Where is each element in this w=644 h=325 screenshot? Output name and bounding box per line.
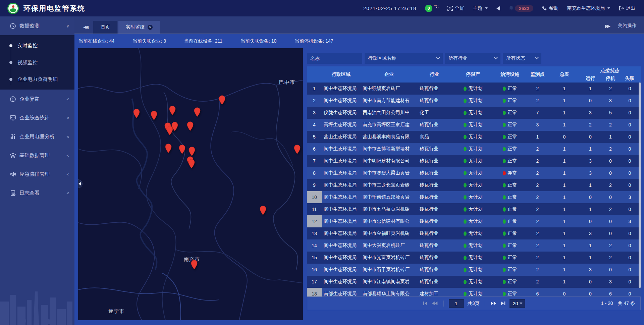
col-header-company: 企业	[361, 66, 418, 83]
table-row[interactable]: 18 南部生态环境局 南部县耀华土陶有限公 建材加工 无计划 正常 6 0 0 …	[307, 288, 641, 296]
map-marker-pin[interactable]	[293, 145, 301, 156]
cell-run: 1	[579, 86, 602, 91]
tab-首页[interactable]: 首页	[93, 21, 117, 34]
help-button[interactable]: 帮助	[542, 5, 558, 11]
table-scrollbar[interactable]	[639, 83, 641, 296]
cell-production-status: 无计划	[451, 182, 495, 188]
cell-lost: 0	[619, 267, 641, 272]
theme-dropdown[interactable]: 主题	[473, 5, 488, 11]
table-row[interactable]: 16 阆中生态环境局 阆中市石子页岩机砖厂 砖瓦行业 无计划 正常 2 1 3 …	[307, 264, 641, 276]
sidebar-item-0[interactable]: 数据监测∨	[0, 16, 74, 35]
table-row[interactable]: 3 仪陇生态环境局 西南油气田分公司川中 化工 无计划 正常 7 1 3 5 0	[307, 107, 641, 119]
tabs-scroll-right-button[interactable]: ▶▶	[605, 23, 609, 29]
map-marker-pin[interactable]	[169, 106, 176, 117]
prev-page-button[interactable]	[432, 301, 438, 306]
map-marker-pin[interactable]	[165, 144, 172, 155]
table-row[interactable]: 1 阆中生态环境局 阆中强锐页岩砖厂 砖瓦行业 无计划 正常 2 1 1 2 0	[307, 83, 641, 95]
table-row[interactable]: 8 阆中生态环境局 阆中市枣碧大梁山页岩 砖瓦行业 无计划 异常 2 1 3 0…	[307, 167, 641, 179]
cell-stop: 2	[602, 122, 619, 127]
col-header-region: 行政区域	[322, 66, 361, 83]
notification-widget[interactable]: 2632	[509, 5, 533, 12]
org-dropdown[interactable]: 南充市生态环境局	[567, 5, 610, 11]
table-row[interactable]: 12 阆中生态环境局 阆中市忠信建材有限公 砖瓦行业 无计划 正常 2 1 0 …	[307, 215, 641, 227]
map-marker-pin[interactable]	[151, 111, 158, 122]
status-filter-select[interactable]: 所有状态	[503, 53, 541, 64]
scrollbar-thumb[interactable]	[639, 83, 641, 288]
map-marker-pin[interactable]	[191, 260, 198, 271]
cell-points: 2	[525, 219, 550, 224]
logout-button[interactable]: 退出	[619, 5, 635, 11]
status-count-label: 当前失联设备	[240, 38, 269, 44]
sidebar-subitem[interactable]: 视频监控	[0, 54, 74, 71]
tab-close-icon[interactable]: ✕	[148, 25, 153, 30]
table-row[interactable]: 7 阆中生态环境局 阆中明阳建材有限公司 砖瓦行业 无计划 正常 2 1 3 0…	[307, 155, 641, 167]
table-row[interactable]: 9 阆中生态环境局 阆中市二龙长宝页岩砖 砖瓦行业 无计划 正常 2 1 1 2…	[307, 179, 641, 191]
map-marker-pin[interactable]	[179, 145, 186, 156]
cell-industry: 砖瓦行业	[418, 194, 451, 200]
table-row[interactable]: 5 营山生态环境局 营山县润丰肉食品有限 食品 无计划 正常 1 0 0 1 0	[307, 131, 641, 143]
cell-stop: 2	[602, 182, 619, 188]
sidebar-item-4[interactable]: 基础数据管理<	[0, 146, 74, 165]
cell-industry: 砖瓦行业	[418, 98, 451, 104]
close-operations-button[interactable]: 关闭操作	[618, 23, 637, 29]
sidebar-subitem[interactable]: 实时监控	[0, 37, 74, 54]
col-header-facility: 治污设施	[495, 66, 525, 83]
cell-lost: 0	[619, 243, 641, 248]
table-row[interactable]: 17 阆中生态环境局 阆中市江南镇阆南页岩 砖瓦行业 无计划 正常 2 1 0 …	[307, 276, 641, 288]
bullet-dot-icon	[9, 78, 12, 81]
status-count-value: 10	[271, 38, 277, 44]
table-row[interactable]: 14 阆中生态环境局 阆中大兴页岩机砖厂 砖瓦行业 无计划 正常 2 1 1 2…	[307, 239, 641, 252]
map-marker-pin[interactable]	[188, 159, 195, 170]
name-filter-input[interactable]	[307, 53, 362, 64]
fullscreen-button[interactable]: 全屏	[447, 5, 464, 11]
map-marker-pin[interactable]	[194, 107, 201, 118]
table-row[interactable]: 15 阆中生态环境局 阆中市光富页岩机砖厂 砖瓦行业 无计划 正常 2 1 1 …	[307, 252, 641, 264]
page-number-input[interactable]	[449, 299, 464, 308]
cell-run: 1	[579, 182, 602, 188]
region-filter-select[interactable]: 行政区域名称	[365, 53, 443, 64]
sidebar-item-5[interactable]: 应急减排管理<	[0, 165, 74, 183]
table-row[interactable]: 4 高坪生态环境局 南充市高坪区王家店建 砖瓦行业 无计划 正常 3 1 2 2…	[307, 119, 641, 131]
table-header: 行政区域 企业 行业 停限产 治污设施 监测点 总表 点位状态 运行 停机 失联	[307, 66, 641, 83]
cell-region: 阆中生态环境局	[322, 86, 361, 92]
cell-company: 阆中明阳建材有限公司	[361, 158, 418, 164]
map-marker-pin[interactable]	[187, 121, 194, 132]
page-size-select[interactable]: 20	[510, 299, 525, 308]
map-marker-pin[interactable]	[218, 95, 225, 106]
cell-meter: 1	[550, 231, 579, 236]
sidebar-item-2[interactable]: 企业综合统计<	[0, 108, 74, 127]
bell-icon	[509, 5, 514, 11]
table-row[interactable]: 2 阆中生态环境局 阆中市南方节能建材有 砖瓦行业 无计划 正常 2 1 0 3…	[307, 95, 641, 107]
tabs-scroll-left-button[interactable]: ◀◀	[83, 24, 87, 30]
cell-facility-status: 正常	[495, 134, 525, 140]
map-marker-pin[interactable]	[260, 206, 267, 217]
cell-points: 6	[525, 291, 550, 296]
table-row[interactable]: 11 阆中生态环境局 阆中市五马桥页岩机砖 砖瓦行业 无计划 正常 2 1 1 …	[307, 203, 641, 215]
sidebar-subitem[interactable]: 企业电力负荷明细	[0, 71, 74, 88]
sidebar-item-3[interactable]: 企业用电量分析<	[0, 127, 74, 146]
tab-实时监控[interactable]: 实时监控✕	[118, 21, 160, 34]
row-index: 10	[307, 191, 322, 203]
cell-region: 阆中生态环境局	[322, 182, 361, 188]
table-row[interactable]: 6 阆中生态环境局 阆中市金博瑞新型墙材 砖瓦行业 无计划 正常 2 1 1 2…	[307, 143, 641, 155]
next-page-button[interactable]	[491, 301, 497, 306]
sidebar-item-6[interactable]: 日志查看<	[0, 183, 74, 202]
map-boundaries	[78, 48, 303, 320]
map-city-label: 遂宁市	[108, 308, 124, 315]
sidebar-item-1[interactable]: 企业异常<	[0, 90, 74, 108]
map-marker-pin[interactable]	[189, 147, 196, 158]
sound-toggle[interactable]	[496, 6, 500, 11]
map-marker-pin[interactable]	[133, 109, 140, 120]
table-row[interactable]: 13 阆中生态环境局 阆中市金福旺页岩机砖 砖瓦行业 无计划 正常 2 1 3 …	[307, 227, 641, 239]
cell-production-status: 无计划	[451, 146, 495, 152]
cell-production-status: 无计划	[451, 158, 495, 164]
cell-company: 阆中强锐页岩砖厂	[361, 86, 418, 92]
map-marker-pin[interactable]	[171, 122, 178, 133]
table-row[interactable]: 10 阆中生态环境局 阆中千佛镇五郎垭页岩 砖瓦行业 无计划 正常 2 1 0 …	[307, 191, 641, 203]
first-page-button[interactable]	[423, 301, 428, 306]
industry-filter-select[interactable]: 所有行业	[445, 53, 500, 64]
last-page-button[interactable]	[501, 301, 506, 306]
map-panel[interactable]: 巴中市南充市遂宁市	[78, 48, 303, 320]
divider	[485, 301, 485, 307]
row-index: 3	[307, 107, 322, 119]
